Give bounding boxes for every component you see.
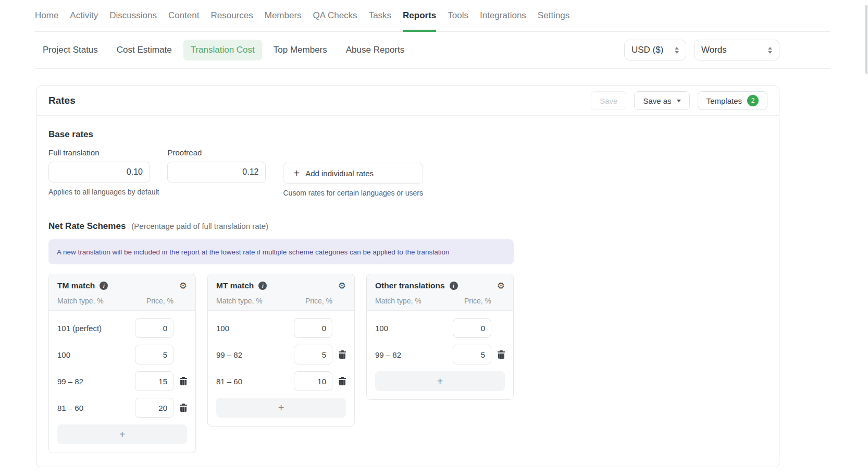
add-individual-rates-button[interactable]: + Add individual rates xyxy=(283,163,423,184)
base-rates-controls: Full translation Applies to all language… xyxy=(48,148,767,197)
nav-item-members[interactable]: Members xyxy=(265,0,302,31)
delete-row-icon[interactable] xyxy=(180,404,187,412)
gear-icon[interactable]: ⚙ xyxy=(179,282,187,290)
scheme-title-row: Other translationsi⚙ xyxy=(375,281,505,290)
info-icon[interactable]: i xyxy=(100,282,108,290)
price-input[interactable] xyxy=(135,398,173,418)
nav-item-reports[interactable]: Reports xyxy=(403,0,436,31)
nav-item-home[interactable]: Home xyxy=(35,0,58,31)
subnav-item-abuse-reports[interactable]: Abuse Reports xyxy=(346,45,404,55)
save-as-button[interactable]: Save as xyxy=(634,91,689,110)
rates-actions: Save Save as Templates 2 xyxy=(591,91,767,110)
delete-row-icon[interactable] xyxy=(498,350,505,359)
delete-row-icon[interactable] xyxy=(339,377,346,385)
price-input[interactable] xyxy=(294,318,332,338)
nav-item-qa-checks[interactable]: QA Checks xyxy=(313,0,357,31)
match-type-label: 99 – 82 xyxy=(57,377,135,386)
rates-card: Rates Save Save as Templates 2 Base rate… xyxy=(36,86,779,467)
match-type-label: 81 – 60 xyxy=(57,404,135,412)
price-column-label: Price, % xyxy=(464,297,491,305)
net-rate-schemes-heading: Net Rate Schemes xyxy=(48,221,126,232)
base-rates-heading: Base rates xyxy=(48,129,767,140)
subnav-item-project-status[interactable]: Project Status xyxy=(43,45,98,55)
scheme-card-other-translations: Other translationsi⚙Match type, %Price, … xyxy=(366,274,514,400)
scheme-title-row: MT matchi⚙ xyxy=(216,281,346,290)
scheme-card-body: 10099 – 8281 – 60+ xyxy=(208,311,354,426)
scheme-card-header: MT matchi⚙Match type, %Price, % xyxy=(208,274,354,311)
individual-rates-col: + Add individual rates Cusom rates for c… xyxy=(283,148,423,197)
base-rates-note-right: Cusom rates for certain languages or use… xyxy=(283,189,423,197)
match-type-label: 99 – 82 xyxy=(216,350,294,359)
plus-icon: + xyxy=(293,168,300,178)
proofread-field: Proofread xyxy=(167,148,266,182)
gear-icon[interactable]: ⚙ xyxy=(338,282,346,290)
add-rate-row-button[interactable]: + xyxy=(216,398,346,418)
delete-row-icon[interactable] xyxy=(339,350,346,359)
base-rates-note-left: Applies to all languages by default xyxy=(48,188,159,196)
reports-subnav-bar: Project StatusCost EstimateTranslation C… xyxy=(35,32,830,69)
nav-item-discussions[interactable]: Discussions xyxy=(109,0,157,31)
trash-slot xyxy=(491,350,505,359)
price-input[interactable] xyxy=(294,345,332,364)
subnav-item-translation-cost[interactable]: Translation Cost xyxy=(183,40,262,60)
unit-select[interactable]: Words xyxy=(694,40,779,60)
add-rate-row-button[interactable]: + xyxy=(57,424,187,444)
currency-select-value: USD ($) xyxy=(631,45,663,55)
subnav-item-top-members[interactable]: Top Members xyxy=(274,45,327,55)
price-input[interactable] xyxy=(294,371,332,391)
match-type-column-label: Match type, % xyxy=(216,297,305,305)
rate-row: 100 xyxy=(57,345,187,364)
delete-row-icon[interactable] xyxy=(180,377,187,385)
price-input[interactable] xyxy=(135,371,173,391)
chevron-down-icon xyxy=(677,100,681,102)
gear-icon[interactable]: ⚙ xyxy=(497,282,505,290)
scheme-title-row: TM matchi⚙ xyxy=(57,281,187,290)
nav-item-activity[interactable]: Activity xyxy=(70,0,98,31)
nav-item-content[interactable]: Content xyxy=(168,0,200,31)
scheme-card-header: Other translationsi⚙Match type, %Price, … xyxy=(367,274,513,311)
nav-item-integrations[interactable]: Integrations xyxy=(480,0,526,31)
schemes-row: TM matchi⚙Match type, %Price, %101 (perf… xyxy=(48,274,767,453)
save-button[interactable]: Save xyxy=(591,91,626,110)
nav-item-resources[interactable]: Resources xyxy=(210,0,253,31)
save-as-label: Save as xyxy=(643,96,671,105)
templates-button[interactable]: Templates 2 xyxy=(698,91,767,110)
scheme-card-tm-match: TM matchi⚙Match type, %Price, %101 (perf… xyxy=(48,274,196,453)
unit-select-value: Words xyxy=(701,45,727,55)
select-arrows-icon xyxy=(675,47,679,54)
price-column-label: Price, % xyxy=(305,297,332,305)
nav-item-tools[interactable]: Tools xyxy=(448,0,468,31)
trash-slot xyxy=(332,377,346,385)
scrollbar[interactable] xyxy=(865,5,867,74)
info-icon[interactable]: i xyxy=(258,282,267,290)
info-icon[interactable]: i xyxy=(450,282,458,290)
rate-row: 81 – 60 xyxy=(57,398,187,418)
price-column-label: Price, % xyxy=(146,297,173,305)
nav-item-settings[interactable]: Settings xyxy=(538,0,569,31)
nav-item-tasks[interactable]: Tasks xyxy=(369,0,391,31)
scheme-card-mt-match: MT matchi⚙Match type, %Price, %10099 – 8… xyxy=(207,274,355,427)
match-type-column-label: Match type, % xyxy=(375,297,464,305)
subnav-item-cost-estimate[interactable]: Cost Estimate xyxy=(117,45,172,55)
net-rate-schemes-section: Net Rate Schemes (Percentage paid of ful… xyxy=(48,221,767,453)
scheme-columns: Match type, %Price, % xyxy=(57,297,187,305)
add-individual-rates-label: Add individual rates xyxy=(305,169,374,178)
top-nav: HomeActivityDiscussionsContentResourcesM… xyxy=(35,0,830,31)
price-input[interactable] xyxy=(135,318,173,338)
rate-row: 99 – 82 xyxy=(57,371,187,391)
rates-card-header: Rates Save Save as Templates 2 xyxy=(37,86,779,116)
match-type-label: 99 – 82 xyxy=(375,350,453,359)
price-input[interactable] xyxy=(135,345,173,364)
price-input[interactable] xyxy=(453,318,491,338)
add-rate-row-button[interactable]: + xyxy=(375,371,505,391)
match-type-label: 81 – 60 xyxy=(216,377,294,386)
match-type-column-label: Match type, % xyxy=(57,297,146,305)
trash-slot xyxy=(173,404,187,412)
proofread-input[interactable] xyxy=(167,162,266,182)
top-nav-bar: HomeActivityDiscussionsContentResourcesM… xyxy=(35,0,830,32)
full-translation-input[interactable] xyxy=(48,162,150,182)
rate-row: 100 xyxy=(216,318,346,338)
price-input[interactable] xyxy=(453,345,491,364)
currency-select[interactable]: USD ($) xyxy=(624,40,686,60)
scheme-title: Other translations xyxy=(375,281,445,290)
